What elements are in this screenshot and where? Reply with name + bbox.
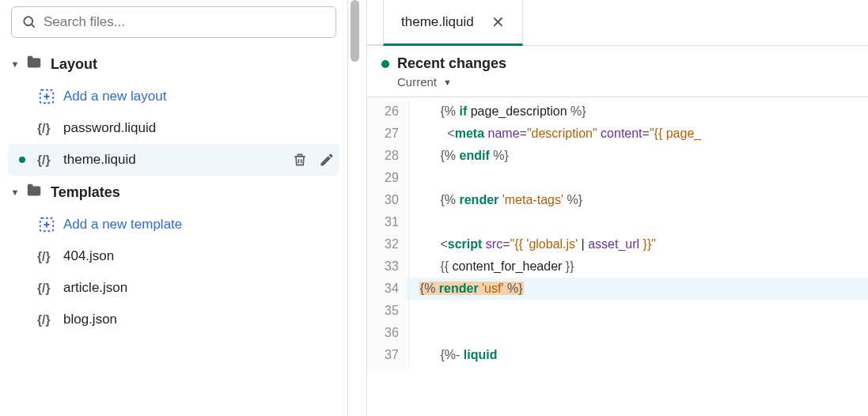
folder-icon xyxy=(25,182,43,202)
svg-text:{/}: {/} xyxy=(37,250,51,263)
tab-title: theme.liquid xyxy=(401,14,474,30)
add-icon xyxy=(36,216,57,233)
add-icon xyxy=(36,88,57,105)
liquid-file-icon: {/} xyxy=(36,151,57,168)
modified-dot-icon xyxy=(381,60,389,68)
file-name: theme.liquid xyxy=(63,152,136,168)
scrollbar-thumb[interactable] xyxy=(351,0,359,62)
code-lines[interactable]: {% if page_description %} <meta name="de… xyxy=(407,97,868,369)
chevron-down-icon: ▼ xyxy=(443,78,452,87)
recent-changes-bar: Recent changes Current ▼ xyxy=(367,46,868,97)
svg-line-1 xyxy=(32,25,35,28)
sidebar-scrollbar[interactable] xyxy=(348,0,367,416)
add-layout-link[interactable]: Add a new layout xyxy=(8,81,339,112)
liquid-file-icon: {/} xyxy=(36,279,57,297)
folder-layout[interactable]: ▼ Layout xyxy=(8,47,339,81)
folder-label: Templates xyxy=(51,184,120,201)
file-row-404[interactable]: {/} 404.json xyxy=(8,240,339,272)
file-row-blog[interactable]: {/} blog.json xyxy=(8,304,339,335)
folder-label: Layout xyxy=(51,56,97,73)
file-name: password.liquid xyxy=(63,120,156,136)
version-label: Current xyxy=(397,75,437,89)
svg-text:{/}: {/} xyxy=(37,153,51,167)
line-numbers: 262728293031323334353637 xyxy=(367,97,407,369)
svg-text:{/}: {/} xyxy=(37,122,51,135)
delete-icon[interactable] xyxy=(292,152,308,168)
file-name: article.json xyxy=(63,280,127,296)
file-row-password[interactable]: {/} password.liquid xyxy=(8,112,339,144)
recent-title: Recent changes xyxy=(397,55,506,72)
search-icon xyxy=(21,14,37,30)
liquid-file-icon: {/} xyxy=(36,248,57,265)
add-template-link[interactable]: Add a new template xyxy=(8,209,339,240)
add-label: Add a new layout xyxy=(63,89,166,104)
close-icon[interactable]: ✕ xyxy=(491,13,505,32)
folder-templates[interactable]: ▼ Templates xyxy=(8,176,339,209)
svg-point-0 xyxy=(24,17,32,25)
liquid-file-icon: {/} xyxy=(36,119,57,137)
add-label: Add a new template xyxy=(63,217,182,233)
caret-down-icon: ▼ xyxy=(9,59,21,69)
folder-icon xyxy=(25,54,43,74)
file-name: 404.json xyxy=(63,248,114,264)
svg-text:{/}: {/} xyxy=(37,313,51,327)
caret-down-icon: ▼ xyxy=(9,187,21,197)
editor-pane: theme.liquid ✕ Recent changes Current ▼ … xyxy=(367,0,868,416)
liquid-file-icon: {/} xyxy=(36,311,57,328)
tab-bar: theme.liquid ✕ xyxy=(367,0,868,46)
svg-text:{/}: {/} xyxy=(37,282,51,295)
file-sidebar: ▼ Layout Add a new layout {/} password.l… xyxy=(0,0,348,416)
file-row-theme[interactable]: {/} theme.liquid xyxy=(8,144,339,176)
file-row-article[interactable]: {/} article.json xyxy=(8,272,339,304)
tab-theme-liquid[interactable]: theme.liquid ✕ xyxy=(383,0,523,46)
file-name: blog.json xyxy=(63,312,117,327)
version-dropdown[interactable]: Current ▼ xyxy=(397,75,854,89)
search-input-wrap[interactable] xyxy=(11,6,336,38)
search-input[interactable] xyxy=(44,14,326,30)
edit-icon[interactable] xyxy=(319,152,335,168)
code-editor[interactable]: 262728293031323334353637 {% if page_desc… xyxy=(367,97,868,369)
